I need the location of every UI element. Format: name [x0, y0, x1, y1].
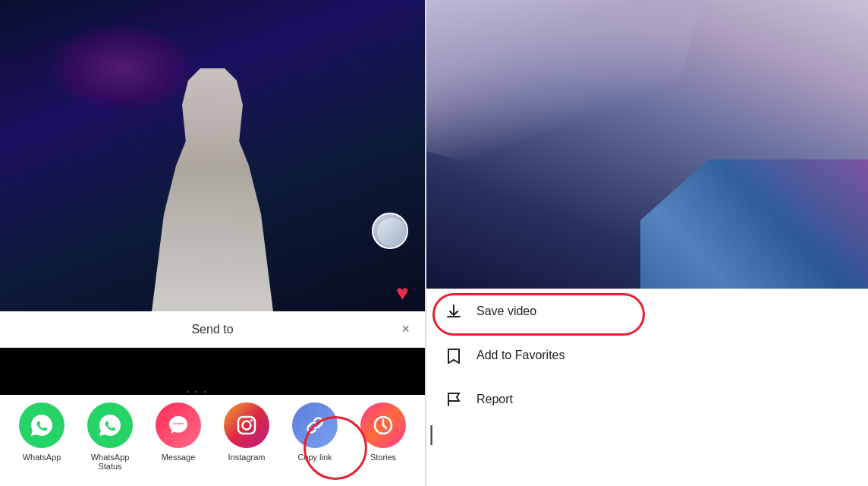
bookmark-icon — [443, 347, 464, 364]
panel-separator — [425, 0, 426, 486]
add-favorites-item[interactable]: Add to Favorites — [425, 333, 868, 377]
stories-label: Stories — [370, 453, 396, 462]
share-app-copy-link[interactable]: Copy link — [281, 402, 349, 462]
svg-point-2 — [250, 419, 253, 421]
video-background-right — [425, 0, 868, 311]
save-video-label: Save video — [476, 305, 536, 318]
share-app-stories[interactable]: Stories — [349, 402, 417, 462]
copy-link-icon — [292, 402, 338, 448]
pipe-separator: | — [429, 421, 434, 446]
report-item[interactable]: Report — [425, 377, 868, 421]
send-to-header: Send to × — [0, 311, 425, 348]
character-figure — [152, 68, 273, 311]
instagram-label: Instagram — [228, 453, 266, 462]
whatsapp-status-label: WhatsAppStatus — [91, 453, 130, 471]
add-favorites-label: Add to Favorites — [476, 349, 565, 362]
message-icon — [156, 402, 201, 448]
message-label: Message — [162, 453, 196, 462]
copy-link-label: Copy link — [297, 453, 332, 462]
share-app-instagram[interactable]: Instagram — [212, 402, 281, 462]
avatar — [372, 213, 408, 249]
svg-point-1 — [243, 421, 251, 430]
flag-icon — [443, 391, 464, 408]
whatsapp-label: WhatsApp — [23, 453, 61, 462]
save-video-item[interactable]: Save video — [425, 289, 868, 333]
share-app-whatsapp[interactable]: WhatsApp — [8, 402, 76, 462]
instagram-icon — [224, 402, 269, 448]
whatsapp-status-icon — [87, 402, 133, 448]
send-to-title: Send to — [191, 323, 233, 336]
svg-rect-0 — [238, 417, 255, 434]
close-button[interactable]: × — [401, 321, 410, 337]
share-app-message[interactable]: Message — [144, 402, 212, 462]
whatsapp-icon — [19, 402, 64, 448]
download-icon — [443, 303, 464, 320]
svg-point-6 — [382, 424, 385, 427]
share-apps-row: WhatsApp WhatsAppStatus Message — [0, 395, 425, 486]
stories-icon — [360, 402, 406, 448]
context-menu: Save video Add to Favorites Report — [425, 289, 868, 486]
video-background-left — [0, 0, 425, 311]
report-label: Report — [476, 393, 513, 406]
heart-icon[interactable]: ♥ — [396, 281, 409, 305]
share-app-whatsapp-status[interactable]: WhatsAppStatus — [76, 402, 144, 471]
